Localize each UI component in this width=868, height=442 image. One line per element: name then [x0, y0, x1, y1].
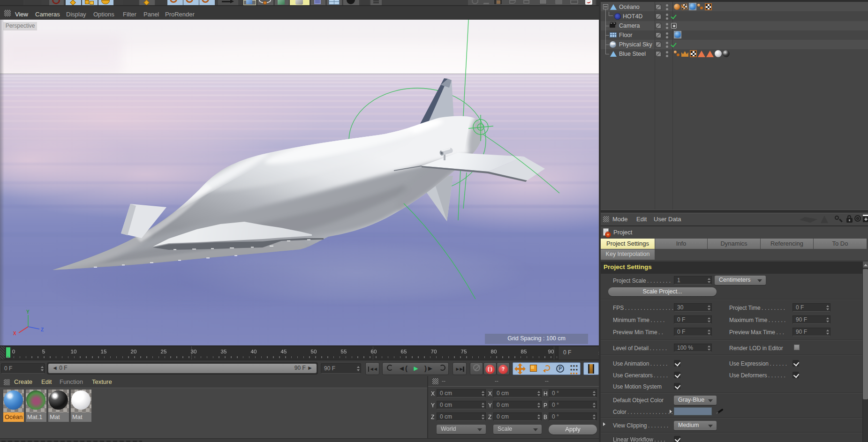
- svg-text:X: X: [13, 331, 16, 336]
- svg-text:Y: Y: [26, 309, 30, 315]
- svg-text:Z: Z: [41, 327, 44, 332]
